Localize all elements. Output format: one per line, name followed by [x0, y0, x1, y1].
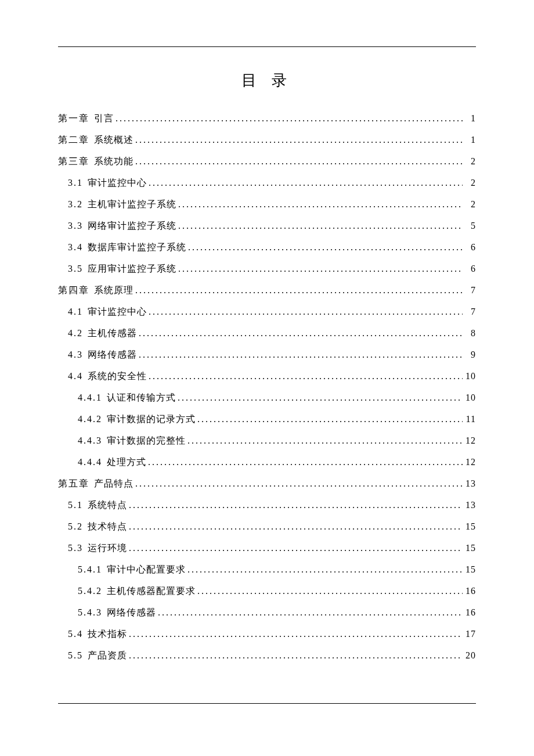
toc-entry-text: 网络传感器 — [107, 606, 156, 620]
toc-leader-dots — [139, 326, 463, 340]
toc-entry-number: 4.4.3 — [78, 434, 102, 448]
toc-entry-text: 系统概述 — [94, 133, 134, 147]
toc-leader-dots — [188, 240, 463, 254]
toc-entry-text: 处理方式 — [107, 455, 146, 469]
toc-entry-number: 4.4.1 — [78, 391, 102, 405]
toc-entry-page: 12 — [464, 455, 476, 469]
toc-entry-number: 4.4.4 — [78, 455, 102, 469]
toc-leader-dots — [197, 412, 463, 426]
toc-entry[interactable]: 3.1审计监控中心2 — [58, 176, 476, 190]
toc-entry-number: 3.2 — [68, 197, 83, 211]
toc-entry[interactable]: 5.1系统特点13 — [58, 498, 476, 512]
toc-leader-dots — [197, 584, 463, 598]
toc-entry-number: 4.4 — [68, 369, 83, 383]
toc-entry[interactable]: 3.4数据库审计监控子系统6 — [58, 240, 476, 254]
toc-entry-text: 系统功能 — [94, 154, 134, 168]
toc-entry-number: 5.3 — [68, 541, 83, 555]
toc-entry[interactable]: 4.4.3审计数据的完整性12 — [58, 434, 476, 448]
toc-entry-text: 认证和传输方式 — [107, 391, 176, 405]
toc-entry-page: 10 — [464, 391, 476, 405]
toc-leader-dots — [187, 434, 463, 448]
toc-leader-dots — [178, 391, 463, 405]
toc-entry-text: 网络审计监控子系统 — [88, 219, 176, 233]
toc-entry-text: 审计数据的完整性 — [107, 434, 186, 448]
toc-leader-dots — [187, 563, 463, 577]
toc-entry-page: 16 — [464, 584, 476, 598]
toc-title: 目 录 — [58, 70, 476, 91]
toc-entry[interactable]: 第一章引言1 — [58, 111, 476, 125]
toc-entry-text: 系统的安全性 — [88, 369, 147, 383]
toc-entry[interactable]: 第五章产品特点13 — [58, 477, 476, 491]
toc-entry-page: 5 — [464, 219, 476, 233]
toc-entry-number: 第四章 — [58, 283, 89, 297]
toc-entry-page: 7 — [464, 305, 476, 319]
toc-entry[interactable]: 3.2主机审计监控子系统2 — [58, 197, 476, 211]
toc-entry-text: 产品资质 — [88, 649, 127, 663]
toc-entry-number: 5.2 — [68, 520, 83, 534]
toc-entry-text: 系统特点 — [88, 498, 127, 512]
footer-rule — [58, 703, 476, 704]
toc-leader-dots — [129, 541, 463, 555]
toc-entry-page: 13 — [464, 477, 476, 491]
toc-entry[interactable]: 第二章系统概述1 — [58, 133, 476, 147]
toc-entry[interactable]: 5.2技术特点15 — [58, 520, 476, 534]
toc-entry-number: 4.1 — [68, 305, 83, 319]
toc-entry[interactable]: 5.4技术指标17 — [58, 627, 476, 641]
toc-entry-number: 第一章 — [58, 111, 89, 125]
toc-entry-page: 15 — [464, 563, 476, 577]
toc-leader-dots — [129, 649, 463, 663]
toc-entry[interactable]: 5.5产品资质20 — [58, 649, 476, 663]
toc-entry[interactable]: 4.4.1认证和传输方式10 — [58, 391, 476, 405]
toc-entry[interactable]: 5.4.2主机传感器配置要求16 — [58, 584, 476, 598]
toc-entry[interactable]: 5.3运行环境15 — [58, 541, 476, 555]
toc-entry-number: 5.4.2 — [78, 584, 102, 598]
toc-entry-text: 主机传感器 — [88, 326, 137, 340]
toc-entry-page: 12 — [464, 434, 476, 448]
toc-entry-page: 2 — [464, 176, 476, 190]
toc-leader-dots — [135, 283, 463, 297]
toc-entry-number: 4.4.2 — [78, 412, 102, 426]
toc-entry[interactable]: 5.4.1审计中心配置要求15 — [58, 563, 476, 577]
toc-leader-dots — [178, 262, 463, 276]
toc-entry-text: 审计数据的记录方式 — [107, 412, 196, 426]
header-rule — [58, 46, 476, 47]
toc-entry[interactable]: 4.4系统的安全性10 — [58, 369, 476, 383]
toc-leader-dots — [129, 520, 463, 534]
toc-entry-number: 5.1 — [68, 498, 83, 512]
toc-entry-page: 10 — [464, 369, 476, 383]
toc-entry-page: 6 — [464, 262, 476, 276]
toc-leader-dots — [135, 477, 463, 491]
toc-entry-number: 5.4 — [68, 627, 83, 641]
table-of-contents: 第一章引言1第二章系统概述1第三章系统功能23.1审计监控中心23.2主机审计监… — [58, 111, 476, 663]
toc-entry[interactable]: 第四章系统原理7 — [58, 283, 476, 297]
toc-entry[interactable]: 5.4.3网络传感器16 — [58, 606, 476, 620]
toc-entry[interactable]: 4.3网络传感器9 — [58, 348, 476, 362]
toc-entry[interactable]: 第三章系统功能2 — [58, 154, 476, 168]
toc-entry-number: 5.5 — [68, 649, 83, 663]
toc-leader-dots — [158, 606, 463, 620]
toc-entry[interactable]: 4.4.2审计数据的记录方式11 — [58, 412, 476, 426]
toc-leader-dots — [178, 197, 463, 211]
toc-leader-dots — [129, 627, 463, 641]
toc-entry-page: 6 — [464, 240, 476, 254]
toc-entry-text: 引言 — [94, 111, 114, 125]
toc-entry[interactable]: 4.4.4处理方式12 — [58, 455, 476, 469]
toc-entry-number: 3.3 — [68, 219, 83, 233]
toc-entry[interactable]: 3.3网络审计监控子系统5 — [58, 219, 476, 233]
toc-leader-dots — [148, 455, 463, 469]
toc-entry[interactable]: 3.5应用审计监控子系统6 — [58, 262, 476, 276]
toc-entry-text: 审计中心配置要求 — [107, 563, 186, 577]
toc-entry-text: 运行环境 — [88, 541, 127, 555]
toc-leader-dots — [135, 154, 463, 168]
toc-leader-dots — [178, 219, 463, 233]
toc-entry-text: 技术指标 — [88, 627, 127, 641]
toc-leader-dots — [149, 176, 463, 190]
toc-entry-number: 5.4.3 — [78, 606, 102, 620]
toc-entry[interactable]: 4.1审计监控中心7 — [58, 305, 476, 319]
toc-entry-number: 第五章 — [58, 477, 89, 491]
toc-entry-page: 7 — [464, 283, 476, 297]
toc-leader-dots — [139, 348, 463, 362]
toc-entry[interactable]: 4.2主机传感器8 — [58, 326, 476, 340]
toc-entry-page: 1 — [464, 133, 476, 147]
toc-entry-page: 2 — [464, 197, 476, 211]
